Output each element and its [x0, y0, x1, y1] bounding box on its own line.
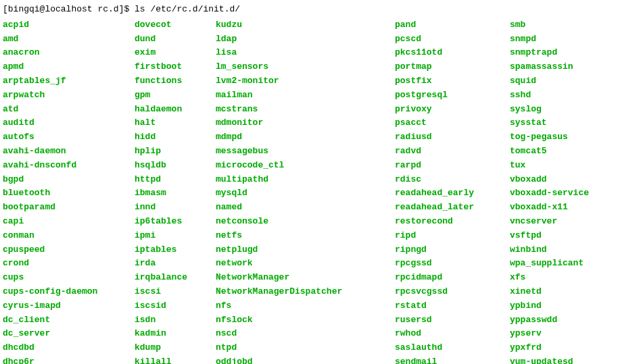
file-entry: cups-config-daemon [3, 285, 121, 299]
file-entry: yum-updatesd [510, 355, 611, 364]
file-entry: httpd [135, 173, 202, 187]
file-entry: halt [135, 116, 202, 130]
file-entry: tux [510, 159, 611, 173]
terminal-output: [bingqi@localhost rc.d]$ ls /etc/rc.d/in… [3, 3, 615, 364]
output-column-1: acpidamdanacronapmdarptables_jfarpwatcha… [3, 18, 121, 364]
file-entry: wpa_supplicant [510, 257, 611, 271]
file-entry: mdmonitor [216, 116, 381, 130]
file-entry: xinetd [510, 285, 611, 299]
file-entry: killall [135, 355, 202, 364]
file-entry: avahi-daemon [3, 145, 121, 159]
file-entry: nfs [216, 299, 381, 313]
file-entry: vboxadd [510, 173, 611, 187]
file-entry: microcode_ctl [216, 159, 381, 173]
file-entry: nscd [216, 327, 381, 341]
file-entry: atd [3, 103, 121, 117]
file-entry: lm_sensors [216, 60, 381, 74]
file-entry: amd [3, 32, 121, 47]
file-entry: syslog [510, 103, 611, 117]
file-entry: iptables [135, 243, 202, 257]
file-entry: pand [395, 18, 496, 32]
shell-prompt-line: [bingqi@localhost rc.d]$ ls /etc/rc.d/in… [3, 3, 615, 17]
file-entry: lvm2-monitor [216, 74, 381, 88]
file-entry: ripd [395, 229, 496, 243]
file-entry: netfs [216, 229, 381, 243]
file-entry: ldap [216, 32, 381, 47]
file-entry: psacct [395, 116, 496, 130]
file-entry: cups [3, 271, 121, 285]
file-entry: dund [135, 32, 202, 47]
file-entry: functions [135, 74, 202, 88]
file-entry: sysstat [510, 116, 611, 130]
file-entry: cpuspeed [3, 243, 121, 257]
file-entry: netplugd [216, 243, 381, 257]
file-entry: firstboot [135, 60, 202, 74]
file-entry: snmpd [510, 32, 611, 47]
file-entry: tog-pegasus [510, 130, 611, 145]
file-entry: dhcp6r [3, 355, 121, 364]
file-entry: ypbind [510, 299, 611, 313]
file-entry: radiusd [395, 130, 496, 145]
file-entry: ip6tables [135, 215, 202, 229]
file-entry: kdump [135, 341, 202, 355]
file-entry: hplip [135, 145, 202, 159]
output-column-3: kudzuldaplisalm_sensorslvm2-monitormailm… [216, 18, 381, 364]
output-column-2: dovecotdundeximfirstbootfunctionsgpmhald… [135, 18, 202, 364]
file-entry: vboxadd-service [510, 186, 611, 201]
file-entry: vsftpd [510, 229, 611, 243]
file-entry: privoxy [395, 103, 496, 117]
file-entry: irqbalance [135, 271, 202, 285]
file-entry: gpm [135, 88, 202, 103]
file-entry: avahi-dnsconfd [3, 159, 121, 173]
file-entry: multipathd [216, 173, 381, 187]
file-entry: nfslock [216, 313, 381, 328]
file-entry: ipmi [135, 229, 202, 243]
file-entry: crond [3, 257, 121, 271]
file-entry: cyrus-imapd [3, 299, 121, 313]
file-entry: bgpd [3, 173, 121, 187]
file-entry: messagebus [216, 145, 381, 159]
file-entry: ypserv [510, 327, 611, 341]
file-entry: iscsid [135, 299, 202, 313]
file-entry: rarpd [395, 159, 496, 173]
file-entry: squid [510, 74, 611, 88]
prompt-text: [bingqi@localhost rc.d]$ ls /etc/rc.d/in… [3, 4, 240, 14]
file-entry: portmap [395, 60, 496, 74]
file-entry: rpcgssd [395, 257, 496, 271]
file-entry: pcscd [395, 32, 496, 47]
file-entry: vboxadd-x11 [510, 201, 611, 215]
file-entry: innd [135, 201, 202, 215]
file-entry: NetworkManagerDispatcher [216, 285, 381, 299]
file-entry: ypxfrd [510, 341, 611, 355]
file-entry: exim [135, 46, 202, 60]
file-entry: sshd [510, 88, 611, 103]
file-entry: irda [135, 257, 202, 271]
file-entry: radvd [395, 145, 496, 159]
file-entry: postgresql [395, 88, 496, 103]
file-entry: network [216, 257, 381, 271]
file-entry: auditd [3, 116, 121, 130]
file-entry: snmptrapd [510, 46, 611, 60]
file-entry: rstatd [395, 299, 496, 313]
output-column-5: smbsnmpdsnmptrapdspamassassinsquidsshdsy… [510, 18, 611, 364]
file-entry: mailman [216, 88, 381, 103]
file-entry: rusersd [395, 313, 496, 328]
file-entry: saslauthd [395, 341, 496, 355]
file-entry: winbind [510, 243, 611, 257]
file-entry: arptables_jf [3, 74, 121, 88]
file-entry: isdn [135, 313, 202, 328]
file-entry: capi [3, 215, 121, 229]
file-entry: bluetooth [3, 186, 121, 201]
file-entry: hidd [135, 130, 202, 145]
file-entry: ripngd [395, 243, 496, 257]
file-entry: autofs [3, 130, 121, 145]
file-entry: sendmail [395, 355, 496, 364]
output-column-4: pandpcscdpkcs11otdportmappostfixpostgres… [395, 18, 496, 364]
file-entry: postfix [395, 74, 496, 88]
file-entry: apmd [3, 60, 121, 74]
file-entry: smb [510, 18, 611, 32]
file-entry: lisa [216, 46, 381, 60]
file-entry: mcstrans [216, 103, 381, 117]
file-entry: xfs [510, 271, 611, 285]
file-entry: dc_client [3, 313, 121, 328]
